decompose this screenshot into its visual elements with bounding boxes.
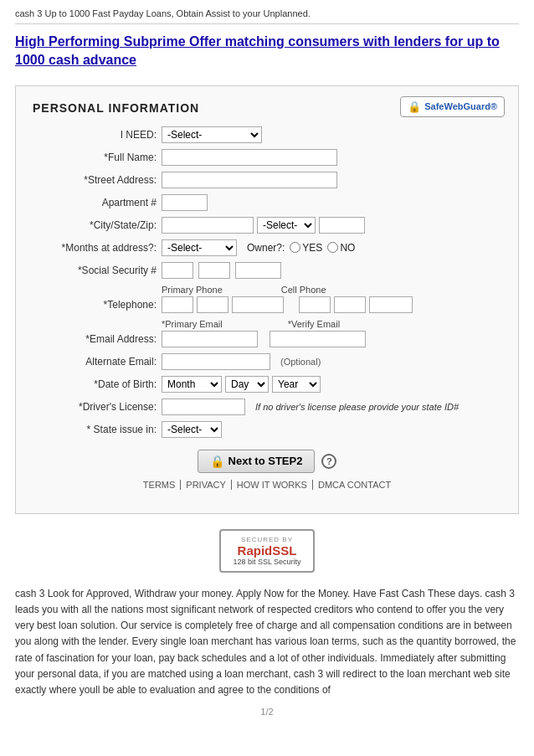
primary-email-label: *Primary Email [162, 319, 223, 329]
months-label: *Months at address?: [33, 242, 157, 254]
citystate-label: *City/State/Zip: [33, 219, 157, 231]
alt-email-row: Alternate Email: (Optional) [33, 353, 501, 370]
primary-phone-group [162, 296, 284, 313]
phone2-number[interactable] [369, 296, 413, 313]
verify-email-input[interactable] [270, 331, 366, 347]
dob-year-select[interactable]: Year [272, 376, 321, 393]
ssn-input2[interactable] [198, 262, 230, 279]
main-heading: High Performing Subprime Offer matching … [15, 33, 519, 70]
footer-terms[interactable]: TERMS [138, 480, 182, 490]
help-icon[interactable]: ? [321, 454, 336, 469]
alt-email-label: Alternate Email: [33, 356, 157, 368]
next-btn-row: 🔒 Next to STEP2 ? [33, 450, 501, 473]
ssl-brand: RapidSSL [238, 543, 297, 558]
verify-email-label: *Verify Email [288, 319, 340, 329]
email-label: *Email Address: [33, 333, 157, 345]
body-text: cash 3 Look for Approved, Withdraw your … [15, 586, 519, 698]
owner-label: Owner?: [247, 242, 285, 254]
next-lock-icon: 🔒 [210, 455, 224, 468]
state-issue-row: * State issue in: -Select- [33, 421, 501, 438]
safeguard-badge: 🔒 SafeWebGuard® [400, 96, 505, 117]
drivers-license-label: *Driver's License: [33, 401, 157, 413]
email-row: *Email Address: [33, 331, 501, 347]
apartment-label: Apartment # [33, 197, 157, 208]
page-number: 1/2 [15, 707, 519, 717]
zip-input[interactable] [319, 217, 365, 234]
alt-email-input[interactable] [162, 353, 270, 370]
state-issue-select[interactable]: -Select- [162, 421, 222, 438]
ssn-row: *Social Security # [33, 262, 501, 279]
telephone-label: *Telephone: [33, 299, 157, 311]
safeguard-label: SafeWebGuard® [424, 101, 497, 111]
cell-phone-group [299, 296, 413, 313]
ssn-input3[interactable] [235, 262, 281, 279]
cell-phone-label: Cell Phone [281, 285, 326, 295]
fullname-label: *Full Name: [33, 152, 157, 163]
footer-privacy[interactable]: PRIVACY [181, 480, 231, 490]
months-row: *Months at address?: -Select- Owner?: YE… [33, 239, 501, 256]
ssl-badge: SECURED BY RapidSSL 128 bit SSL Security [15, 529, 519, 573]
yes-radio[interactable] [290, 242, 300, 253]
ssn-label: *Social Security # [33, 265, 157, 276]
primary-email-input[interactable] [162, 331, 258, 347]
next-step-button[interactable]: 🔒 Next to STEP2 [198, 450, 316, 473]
street-input[interactable] [162, 172, 337, 188]
next-btn-label: Next to STEP2 [228, 455, 303, 467]
ssn-input1[interactable] [162, 262, 193, 279]
state-issue-label: * State issue in: [33, 424, 157, 435]
i-need-label: I NEED: [33, 129, 157, 141]
dob-row: *Date of Birth: Month Day Year [33, 376, 501, 393]
footer-links: TERMS PRIVACY HOW IT WORKS DMCA CONTACT [33, 480, 501, 490]
no-radio-label[interactable]: NO [327, 242, 355, 254]
email-labels-row: *Primary Email *Verify Email [162, 319, 501, 329]
fullname-input[interactable] [162, 149, 337, 166]
dob-month-select[interactable]: Month [162, 376, 222, 393]
top-bar-text: cash 3 Up to 1000 Fast Payday Loans, Obt… [15, 8, 311, 18]
i-need-row: I NEED: -Select- [33, 126, 501, 143]
top-bar: cash 3 Up to 1000 Fast Payday Loans, Obt… [15, 8, 519, 24]
i-need-select[interactable]: -Select- [162, 126, 262, 143]
phone1-number[interactable] [232, 296, 284, 313]
months-select[interactable]: -Select- [162, 239, 237, 256]
phone1-prefix[interactable] [197, 296, 228, 313]
ssl-secured-label: SECURED BY [241, 536, 293, 543]
apartment-input[interactable] [162, 194, 208, 211]
ssl-sub: 128 bit SSL Security [233, 558, 300, 566]
footer-dmca[interactable]: DMCA CONTACT [313, 480, 396, 490]
phone1-area[interactable] [162, 296, 193, 313]
owner-radio-group: YES NO [290, 242, 355, 254]
dob-day-select[interactable]: Day [225, 376, 269, 393]
dob-label: *Date of Birth: [33, 378, 157, 390]
drivers-license-input[interactable] [162, 399, 245, 415]
city-input[interactable] [162, 217, 254, 234]
primary-phone-label: Primary Phone [162, 285, 223, 295]
drivers-license-row: *Driver's License: If no driver's licens… [33, 399, 501, 415]
safeguard-lock-icon: 🔒 [408, 100, 421, 113]
optional-label: (Optional) [280, 357, 321, 367]
apartment-row: Apartment # [33, 194, 501, 211]
footer-how-it-works[interactable]: HOW IT WORKS [232, 480, 313, 490]
yes-radio-label[interactable]: YES [290, 242, 322, 254]
no-radio[interactable] [327, 242, 338, 253]
state-select[interactable]: -Select- [257, 217, 316, 234]
phone2-area[interactable] [299, 296, 331, 313]
fullname-row: *Full Name: [33, 149, 501, 166]
drivers-note: If no driver's license please provide yo… [255, 402, 459, 412]
citystate-group: -Select- [162, 217, 365, 234]
heading-text: High Performing Subprime Offer matching … [15, 34, 500, 67]
phone-labels-row: Primary Phone Cell Phone [162, 285, 501, 295]
dob-group: Month Day Year [162, 376, 321, 393]
street-row: *Street Address: [33, 172, 501, 188]
ssl-inner: SECURED BY RapidSSL 128 bit SSL Security [219, 529, 314, 573]
citystate-row: *City/State/Zip: -Select- [33, 217, 501, 234]
form-container: 🔒 SafeWebGuard® PERSONAL INFORMATION I N… [15, 85, 519, 514]
street-label: *Street Address: [33, 174, 157, 186]
telephone-row: *Telephone: [33, 296, 501, 313]
phone2-prefix[interactable] [334, 296, 366, 313]
